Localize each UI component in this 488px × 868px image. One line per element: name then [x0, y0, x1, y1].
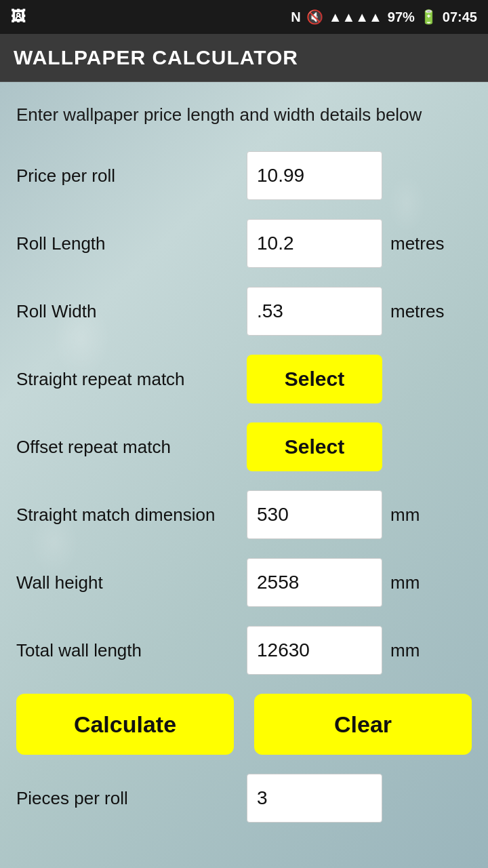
- row-straight-match-dim: Straight match dimension mm: [16, 490, 472, 539]
- input-straight-match-dim[interactable]: [247, 490, 382, 539]
- row-offset-repeat: Offset repeat match Select: [16, 422, 472, 471]
- row-pieces-per-roll: Pieces per roll: [16, 774, 472, 823]
- app-header: WALLPAPER CALCULATOR: [0, 34, 488, 82]
- battery-icon: 🔋: [420, 9, 437, 25]
- mute-icon: 🔇: [306, 9, 323, 25]
- status-icons: N 🔇 ▲▲▲▲ 97% 🔋 07:45: [291, 9, 477, 25]
- row-roll-width: Roll Width metres: [16, 287, 472, 336]
- row-roll-length: Roll Length metres: [16, 219, 472, 268]
- input-wall-height[interactable]: [247, 558, 382, 607]
- label-roll-length: Roll Length: [16, 233, 247, 254]
- app-title: WALLPAPER CALCULATOR: [14, 46, 474, 69]
- input-price-per-roll[interactable]: [247, 151, 382, 200]
- label-total-wall-length: Total wall length: [16, 640, 247, 661]
- input-roll-length[interactable]: [247, 219, 382, 268]
- label-roll-width: Roll Width: [16, 301, 247, 322]
- calculate-button[interactable]: Calculate: [16, 694, 234, 755]
- status-bar: 🖼 N 🔇 ▲▲▲▲ 97% 🔋 07:45: [0, 0, 488, 34]
- network-icon: N: [291, 9, 300, 25]
- input-total-wall-length[interactable]: [247, 626, 382, 675]
- row-total-wall-length: Total wall length mm: [16, 626, 472, 675]
- label-offset-repeat: Offset repeat match: [16, 437, 247, 458]
- unit-straight-match-dim: mm: [390, 505, 420, 526]
- instruction-text: Enter wallpaper price length and width d…: [16, 102, 472, 127]
- unit-wall-height: mm: [390, 572, 420, 593]
- time-display: 07:45: [443, 9, 477, 25]
- action-buttons: Calculate Clear: [16, 694, 472, 755]
- status-icon-image: 🖼: [11, 8, 26, 26]
- label-straight-repeat: Straight repeat match: [16, 369, 247, 390]
- main-content: Enter wallpaper price length and width d…: [0, 82, 488, 868]
- select-straight-repeat-button[interactable]: Select: [247, 355, 382, 403]
- label-straight-match-dim: Straight match dimension: [16, 505, 247, 526]
- battery-text: 97%: [388, 9, 415, 25]
- label-wall-height: Wall height: [16, 572, 247, 593]
- input-pieces-per-roll[interactable]: [247, 774, 382, 823]
- unit-total-wall-length: mm: [390, 640, 420, 661]
- input-roll-width[interactable]: [247, 287, 382, 336]
- row-wall-height: Wall height mm: [16, 558, 472, 607]
- unit-roll-length: metres: [390, 233, 444, 254]
- row-straight-repeat: Straight repeat match Select: [16, 355, 472, 403]
- select-offset-repeat-button[interactable]: Select: [247, 422, 382, 471]
- row-price-per-roll: Price per roll: [16, 151, 472, 200]
- signal-icon: ▲▲▲▲: [329, 9, 382, 25]
- label-pieces-per-roll: Pieces per roll: [16, 788, 247, 809]
- label-price-per-roll: Price per roll: [16, 165, 247, 186]
- unit-roll-width: metres: [390, 301, 444, 322]
- clear-button[interactable]: Clear: [254, 694, 472, 755]
